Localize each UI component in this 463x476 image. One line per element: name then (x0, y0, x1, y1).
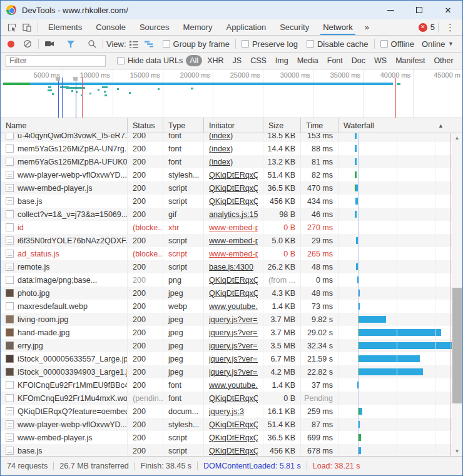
table-row[interactable]: base.js200scriptQKiqDtERqxQ?...456 KB678… (1, 444, 462, 456)
device-toolbar-button[interactable] (19, 20, 34, 35)
overview-drag-handle[interactable] (73, 77, 78, 81)
large-rows-toggle-button[interactable] (126, 36, 141, 51)
table-row[interactable]: mem6YaGs126MiZpBA-UFUK0...200font(index)… (1, 155, 462, 168)
vertical-scrollbar[interactable]: ▲ ▼ (452, 133, 462, 456)
scrollbar-thumb[interactable] (452, 288, 462, 403)
column-header-name[interactable]: Name (1, 118, 128, 133)
initiator-link[interactable]: QKiqDtERqxQ?... (209, 420, 258, 429)
close-button[interactable]: ✕ (434, 1, 462, 19)
scroll-down-icon[interactable]: ▼ (452, 447, 462, 456)
initiator-link[interactable]: www.youtube.c... (209, 381, 258, 390)
initiator-link[interactable]: QKiqDtERqxQ?... (209, 394, 258, 403)
table-row[interactable]: ad_status.js(blocke...scriptwww-embed-p.… (1, 247, 462, 260)
initiator-link[interactable]: jquery.js?ver=1... (209, 355, 258, 363)
column-header-type[interactable]: Type (163, 118, 204, 133)
filter-pill-js[interactable]: JS (229, 55, 246, 66)
initiator-link[interactable]: QKiqDtERqxQ?... (209, 276, 258, 285)
column-header-size[interactable]: Size (263, 118, 301, 133)
devtools-menu-button[interactable]: ⋮ (442, 22, 459, 33)
filter-pill-font[interactable]: Font (323, 55, 347, 66)
table-row[interactable]: hand-made.jpg200jpegjquery.js?ver=1...3.… (1, 326, 462, 339)
table-row[interactable]: www-player-webp-vflOxvwYD...200stylesh..… (1, 418, 462, 431)
more-tabs-button[interactable]: » (360, 23, 374, 32)
table-row[interactable]: iStock_000005633557_Large.jpg200jpegjque… (1, 352, 462, 365)
hide-data-urls-checkbox[interactable] (117, 57, 125, 64)
filter-pill-img[interactable]: Img (272, 55, 292, 66)
timeline-overview[interactable]: 5000 ms10000 ms15000 ms20000 ms25000 ms3… (1, 69, 462, 118)
initiator-link[interactable]: QKiqDtERqxQ?... (209, 197, 258, 206)
show-overview-toggle-button[interactable] (141, 36, 156, 51)
initiator-link[interactable]: QKiqDtERqxQ?... (209, 447, 258, 455)
table-row[interactable]: KFOlCnqEu92Fr1MmEU9fBBc4...200fontwww.yo… (1, 378, 462, 392)
initiator-link[interactable]: jquery.js?ver=1... (209, 315, 258, 324)
disable-cache-checkbox[interactable] (307, 40, 314, 48)
table-row[interactable]: living-room.jpg200jpegjquery.js?ver=1...… (1, 313, 462, 326)
initiator-link[interactable]: www-embed-p... (209, 250, 258, 258)
table-row[interactable]: i6f35N0rdYOLE76bNAz2QDXF...200scriptwww-… (1, 234, 462, 247)
initiator-link[interactable]: (index) (209, 133, 233, 140)
initiator-link[interactable]: QKiqDtERqxQ?... (209, 171, 258, 180)
table-row[interactable]: id(blocke...xhrwww-embed-p...0 B270 ms (1, 221, 462, 234)
table-row[interactable]: QKiqDtERqxQ?feature=oembed200docum...jqu… (1, 405, 462, 418)
search-button[interactable] (84, 36, 99, 51)
filter-toggle-button[interactable] (63, 36, 78, 51)
filter-pill-other[interactable]: Other (430, 55, 457, 66)
tab-sources[interactable]: Sources (133, 19, 176, 35)
initiator-link[interactable]: QKiqDtERqxQ?... (209, 184, 258, 193)
initiator-link[interactable]: QKiqDtERqxQ?... (209, 289, 258, 298)
filter-pill-media[interactable]: Media (293, 55, 322, 66)
table-row[interactable]: base.js200scriptQKiqDtERqxQ?...456 KB434… (1, 195, 462, 208)
table-row[interactable]: iStock_000003394903_Large1.j...200jpegjq… (1, 365, 462, 378)
filter-pill-css[interactable]: CSS (247, 55, 270, 66)
tab-console[interactable]: Console (89, 19, 133, 35)
capture-screenshots-button[interactable] (42, 36, 57, 51)
inspect-element-button[interactable] (4, 20, 19, 35)
initiator-link[interactable]: analytics.js:15 (209, 210, 258, 219)
clear-button[interactable] (20, 36, 35, 51)
overview-drag-handle[interactable] (56, 77, 60, 81)
initiator-link[interactable]: www-embed-p... (209, 236, 258, 245)
table-row[interactable]: www-player-webp-vflOxvwYD...200stylesh..… (1, 168, 462, 181)
maximize-button[interactable] (405, 1, 434, 19)
table-row[interactable]: erry.jpg200jpegjquery.js?ver=1...3.5 MB3… (1, 339, 462, 352)
initiator-link[interactable]: jquery.js?ver=1... (209, 368, 258, 377)
initiator-link[interactable]: www.youtube.c... (209, 302, 258, 311)
preserve-log-checkbox[interactable] (242, 40, 249, 48)
tab-memory[interactable]: Memory (176, 19, 220, 35)
table-row[interactable]: collect?v=1&_v=j73&a=15069...200gifanaly… (1, 208, 462, 221)
table-row[interactable]: www-embed-player.js200scriptQKiqDtERqxQ?… (1, 181, 462, 195)
tab-network[interactable]: Network (316, 19, 360, 35)
tab-application[interactable]: Application (220, 19, 273, 35)
initiator-link[interactable]: www-embed-p... (209, 223, 258, 232)
initiator-link[interactable]: base.js:4300 (209, 263, 253, 271)
filter-pill-ws[interactable]: WS (370, 55, 390, 66)
column-header-initiator[interactable]: Initiator (204, 118, 263, 133)
scroll-up-icon[interactable]: ▲ (452, 133, 462, 143)
record-button[interactable] (8, 41, 14, 48)
column-header-status[interactable]: Status (128, 118, 163, 133)
column-header-waterfall[interactable]: Waterfall ▲ (338, 118, 462, 133)
initiator-link[interactable]: (index) (209, 158, 233, 166)
initiator-link[interactable]: (index) (209, 144, 233, 153)
table-row[interactable]: remote.js200scriptbase.js:430026.2 KB48 … (1, 260, 462, 273)
filter-pill-doc[interactable]: Doc (348, 55, 369, 66)
initiator-link[interactable]: jquery.js?ver=1... (209, 328, 258, 337)
error-badge[interactable]: ✕ 5 (419, 23, 435, 32)
initiator-link[interactable]: QKiqDtERqxQ?... (209, 433, 258, 442)
table-row[interactable]: KFOmCnqEu92Fr1Mu4mxK.wo...(pendin...font… (1, 392, 462, 405)
filter-pill-xhr[interactable]: XHR (203, 55, 227, 66)
filter-pill-all[interactable]: All (186, 55, 202, 66)
filter-pill-manifest[interactable]: Manifest (392, 55, 429, 66)
table-row[interactable]: maxresdefault.webp200webpwww.youtube.c..… (1, 300, 462, 313)
table-row[interactable]: data:image/png;base...200pngQKiqDtERqxQ?… (1, 273, 462, 286)
chevron-down-icon[interactable]: ▼ (448, 41, 457, 47)
throttling-select[interactable]: Online (422, 39, 445, 49)
table-row[interactable]: www-embed-player.js200scriptQKiqDtERqxQ?… (1, 431, 462, 444)
column-header-time[interactable]: Time (301, 118, 338, 133)
minimize-button[interactable] (376, 1, 405, 19)
initiator-link[interactable]: jquery.js?ver=1... (209, 342, 258, 350)
table-row[interactable]: u-4i0qyriQwiOm3vowK_I5-eR7...200font(ind… (1, 133, 462, 142)
offline-checkbox[interactable] (380, 40, 388, 48)
filter-input[interactable] (6, 55, 106, 67)
initiator-link[interactable]: jquery.js:3 (209, 407, 244, 416)
